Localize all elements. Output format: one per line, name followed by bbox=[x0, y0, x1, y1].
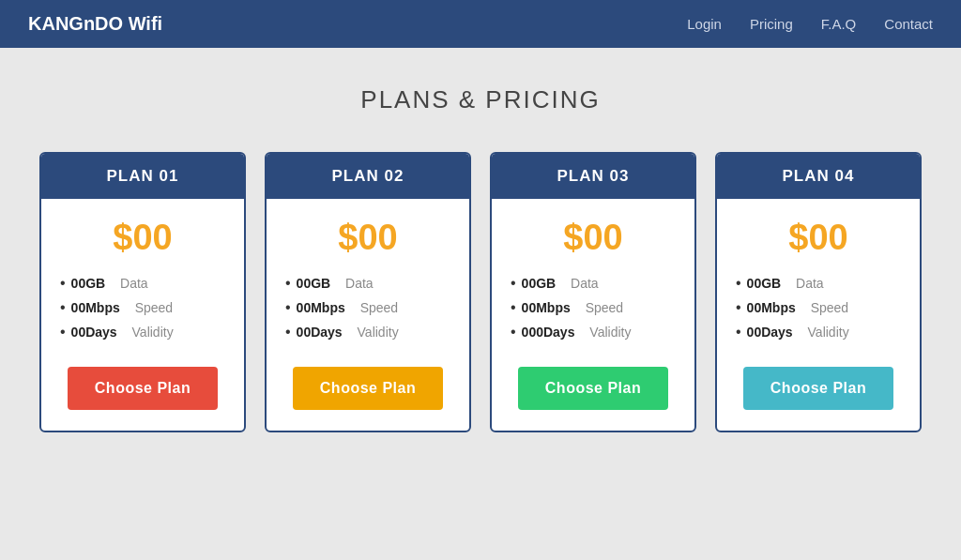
plan-03-choose-button[interactable]: Choose Plan bbox=[518, 367, 668, 410]
nav-links: Login Pricing F.A.Q Contact bbox=[687, 16, 933, 32]
plan-02-features: 00GB Data 00Mbps Speed 00Days Validity bbox=[267, 275, 469, 348]
plan-04-feature-data: 00GB Data bbox=[736, 275, 901, 292]
plan-01-feature-data: 00GB Data bbox=[60, 275, 225, 292]
plan-01-features: 00GB Data 00Mbps Speed 00Days Validity bbox=[41, 275, 244, 348]
plan-02-feature-validity: 00Days Validity bbox=[285, 324, 450, 341]
plan-02-feature-data: 00GB Data bbox=[285, 275, 450, 292]
navbar: KANGnDO Wifi Login Pricing F.A.Q Contact bbox=[0, 0, 961, 48]
plan-card-04: PLAN 04 $00 00GB Data 00Mbps Speed 00Day… bbox=[715, 152, 922, 432]
plan-01-header: PLAN 01 bbox=[41, 154, 244, 199]
plan-02-choose-button[interactable]: Choose Plan bbox=[293, 367, 443, 410]
plan-04-choose-button[interactable]: Choose Plan bbox=[743, 367, 893, 410]
plan-02-header: PLAN 02 bbox=[267, 154, 469, 199]
plan-04-price: $00 bbox=[788, 218, 847, 258]
plan-03-feature-data: 00GB Data bbox=[511, 275, 676, 292]
plan-01-price: $00 bbox=[113, 218, 172, 258]
main-content: PLANS & PRICING PLAN 01 $00 00GB Data 00… bbox=[0, 48, 961, 470]
plan-03-features: 00GB Data 00Mbps Speed 000Days Validity bbox=[492, 275, 694, 348]
faq-link[interactable]: F.A.Q bbox=[821, 16, 857, 32]
plan-03-feature-speed: 00Mbps Speed bbox=[511, 299, 676, 316]
plan-card-02: PLAN 02 $00 00GB Data 00Mbps Speed 00Day… bbox=[265, 152, 471, 432]
plan-04-features: 00GB Data 00Mbps Speed 00Days Validity bbox=[717, 275, 920, 348]
plan-03-feature-validity: 000Days Validity bbox=[511, 324, 676, 341]
plan-01-feature-speed: 00Mbps Speed bbox=[60, 299, 225, 316]
plan-04-feature-validity: 00Days Validity bbox=[736, 324, 901, 341]
plan-02-price: $00 bbox=[338, 218, 397, 258]
brand-logo: KANGnDO Wifi bbox=[28, 13, 162, 35]
plans-container: PLAN 01 $00 00GB Data 00Mbps Speed 00Day… bbox=[19, 152, 942, 432]
plan-card-03: PLAN 03 $00 00GB Data 00Mbps Speed 000Da… bbox=[490, 152, 696, 432]
plan-01-feature-validity: 00Days Validity bbox=[60, 324, 225, 341]
plan-03-header: PLAN 03 bbox=[492, 154, 694, 199]
plan-02-feature-speed: 00Mbps Speed bbox=[285, 299, 450, 316]
page-title: PLANS & PRICING bbox=[19, 85, 942, 114]
plan-03-price: $00 bbox=[563, 218, 622, 258]
pricing-link[interactable]: Pricing bbox=[750, 16, 793, 32]
plan-04-feature-speed: 00Mbps Speed bbox=[736, 299, 901, 316]
contact-link[interactable]: Contact bbox=[884, 16, 933, 32]
plan-card-01: PLAN 01 $00 00GB Data 00Mbps Speed 00Day… bbox=[39, 152, 246, 432]
login-link[interactable]: Login bbox=[687, 16, 722, 32]
plan-04-header: PLAN 04 bbox=[717, 154, 920, 199]
plan-01-choose-button[interactable]: Choose Plan bbox=[68, 367, 218, 410]
